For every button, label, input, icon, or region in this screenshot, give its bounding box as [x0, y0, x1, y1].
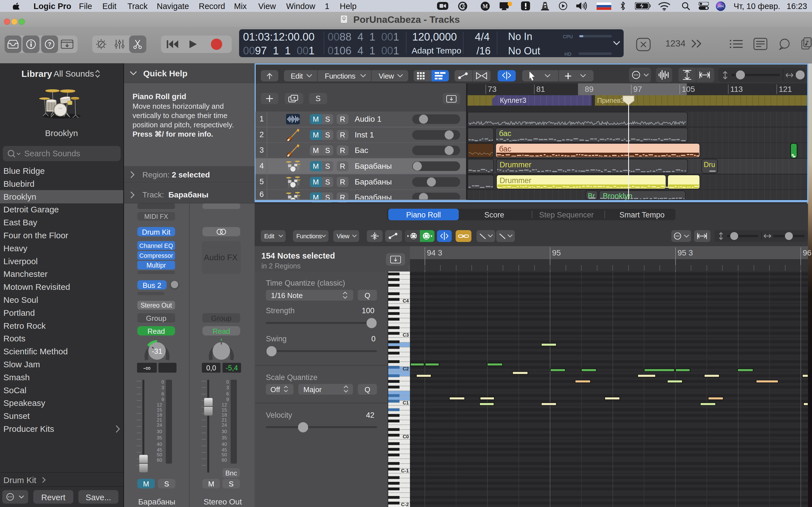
svg-text:?: ?	[48, 41, 51, 47]
svg-text:C-2: C-2	[401, 502, 409, 507]
svg-text:M: M	[483, 3, 488, 9]
svg-text:C4: C4	[403, 298, 409, 304]
svg-text:C1: C1	[403, 400, 409, 406]
svg-text:C-1: C-1	[401, 468, 409, 473]
svg-text:Logic: Logic	[58, 107, 62, 109]
svg-text:C0: C0	[403, 434, 409, 439]
svg-text:C3: C3	[403, 332, 409, 338]
svg-text:C2: C2	[403, 366, 409, 372]
svg-text:-31: -31	[152, 347, 162, 355]
